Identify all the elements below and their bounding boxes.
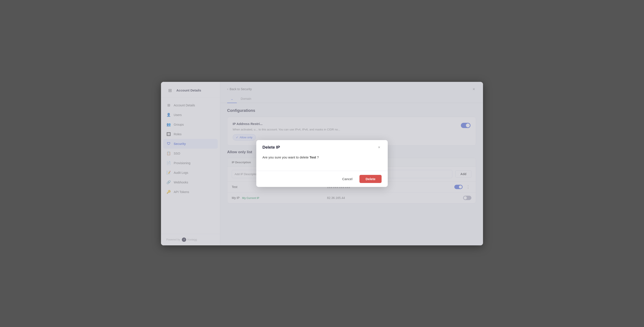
modal-delete-button[interactable]: Delete <box>360 175 382 183</box>
modal-close-button[interactable]: × <box>376 145 382 150</box>
modal-body: Are you sure you want to delete Test ? <box>256 153 388 171</box>
delete-ip-modal: Delete IP × Are you sure you want to del… <box>256 140 388 187</box>
modal-message-prefix: Are you sure you want to delete <box>262 155 310 159</box>
modal-message-suffix: ? <box>316 155 319 159</box>
modal-title: Delete IP <box>262 145 280 150</box>
modal-header: Delete IP × <box>256 140 388 153</box>
modal-cancel-button[interactable]: Cancel <box>338 175 356 183</box>
modal-footer: Cancel Delete <box>256 171 388 187</box>
modal-overlay: Delete IP × Are you sure you want to del… <box>161 82 483 245</box>
app-window: ⊞ Account Details ⊞ Account Details 👤 Us… <box>161 82 483 245</box>
modal-ip-name: Test <box>310 155 316 159</box>
